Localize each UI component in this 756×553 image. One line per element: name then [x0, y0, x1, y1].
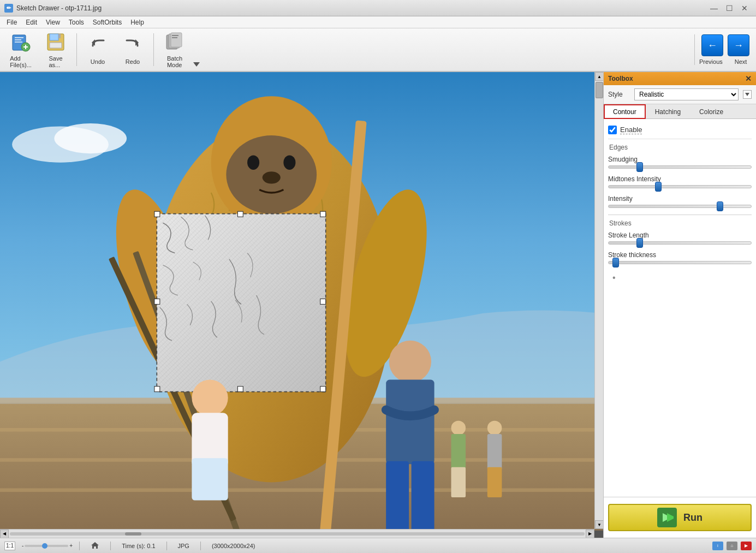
stroke-length-thumb[interactable] — [636, 238, 643, 248]
svg-rect-15 — [171, 33, 182, 47]
add-file-button[interactable]: AddFile(s)... — [4, 31, 37, 69]
undo-button[interactable]: Undo — [81, 31, 114, 69]
main-content: ▲ ▼ ◀ ▶ Toolbox ✕ Style Realistic Pencil… — [0, 72, 756, 538]
svg-rect-2 — [15, 39, 21, 40]
smudging-thumb[interactable] — [636, 162, 643, 172]
scene-background — [0, 72, 603, 531]
svg-rect-16 — [172, 35, 178, 36]
undo-icon — [87, 34, 109, 56]
edges-section: Edges Smudging Midtones Intensity — [608, 144, 752, 208]
svg-point-35 — [263, 171, 281, 183]
scroll-thumb-v[interactable] — [596, 82, 603, 98]
enable-label[interactable]: Enable — [620, 126, 642, 134]
status-separator-2 — [110, 542, 111, 550]
window-title: Sketch Drawer - otp-1711.jpg — [16, 4, 102, 12]
zoom-indicator: 1:1 — [4, 542, 15, 550]
stroke-thickness-param: Stroke thickness — [608, 251, 752, 264]
previous-button[interactable]: ← — [701, 34, 723, 56]
batch-mode-icon — [164, 31, 186, 53]
svg-rect-47 — [320, 211, 326, 217]
smudging-slider[interactable] — [608, 165, 752, 169]
youtube-icon[interactable]: ▶ — [741, 542, 752, 550]
midtones-slider[interactable] — [608, 185, 752, 188]
svg-rect-1 — [15, 37, 23, 38]
stroke-thickness-slider[interactable] — [608, 261, 752, 264]
vertical-scrollbar[interactable]: ▲ ▼ — [594, 72, 603, 529]
midtones-thumb[interactable] — [655, 182, 662, 192]
stroke-thickness-label: Stroke thickness — [608, 251, 752, 259]
zoom-slider[interactable] — [25, 545, 68, 547]
save-as-button[interactable]: Saveas... — [39, 31, 72, 69]
smudging-param: Smudging — [608, 156, 752, 169]
strokes-section-title: Strokes — [608, 219, 752, 227]
h-scroll-thumb[interactable] — [125, 532, 141, 536]
scroll-up-arrow[interactable]: ▲ — [595, 72, 603, 81]
enable-checkbox[interactable] — [608, 126, 617, 134]
tab-colorize[interactable]: Colorize — [690, 104, 733, 119]
horizontal-scrollbar[interactable]: ◀ ▶ — [0, 529, 594, 538]
tab-content: Enable Edges Smudging Midtones Intensity — [604, 119, 756, 497]
stroke-length-param: Stroke Length — [608, 231, 752, 245]
run-button[interactable]: Run — [608, 504, 752, 531]
style-dropdown-arrow[interactable] — [743, 90, 752, 99]
intensity-slider[interactable] — [608, 205, 752, 208]
stroke-thickness-thumb[interactable] — [612, 258, 619, 267]
enable-row: Enable — [608, 123, 752, 139]
app-icon: ✏ — [4, 4, 13, 13]
menu-view[interactable]: View — [41, 17, 64, 27]
intensity-thumb[interactable] — [717, 201, 723, 211]
dimensions-value: (3000x2000x24) — [212, 543, 255, 549]
run-button-area: Run — [604, 497, 756, 538]
tab-contour[interactable]: Contour — [604, 104, 646, 119]
add-file-icon — [10, 31, 32, 53]
toolbox-close-button[interactable]: ✕ — [745, 74, 752, 83]
menu-softorbits[interactable]: SoftOrbits — [88, 17, 126, 27]
menu-tools[interactable]: Tools — [64, 17, 88, 27]
svg-point-53 — [192, 380, 228, 416]
stroke-length-slider[interactable] — [608, 241, 752, 245]
scroll-down-arrow[interactable]: ▼ — [595, 520, 603, 529]
menu-edit[interactable]: Edit — [21, 17, 41, 27]
svg-rect-61 — [451, 434, 466, 470]
svg-rect-46 — [237, 211, 243, 217]
svg-rect-48 — [154, 299, 160, 304]
toolbox-title: Toolbox — [608, 75, 633, 82]
scroll-left-arrow[interactable]: ◀ — [0, 530, 9, 538]
scroll-right-arrow[interactable]: ▶ — [586, 530, 594, 538]
style-dropdown[interactable]: Realistic Pencil Charcoal Pastel — [634, 88, 739, 100]
svg-rect-29 — [0, 488, 603, 492]
redo-label: Redo — [126, 58, 140, 65]
previous-label: Previous — [699, 58, 721, 65]
image-area[interactable]: ▲ ▼ ◀ ▶ — [0, 72, 603, 538]
svg-rect-50 — [154, 386, 160, 392]
svg-rect-57 — [386, 380, 434, 465]
home-icon[interactable]: ⌂ — [727, 542, 737, 550]
status-bar: 1:1 - + Time (s): 0.1 JPG (3000x2000x24)… — [0, 538, 756, 553]
svg-rect-55 — [192, 458, 228, 500]
svg-rect-45 — [154, 211, 160, 217]
next-button[interactable]: → — [728, 34, 749, 56]
intensity-param: Intensity — [608, 195, 752, 208]
zoom-slider-area: - + — [22, 543, 73, 549]
tab-hatching[interactable]: Hatching — [646, 104, 690, 119]
svg-rect-58 — [386, 461, 409, 531]
svg-marker-68 — [667, 513, 674, 522]
maximize-button[interactable]: ☐ — [722, 3, 736, 14]
minimize-button[interactable]: — — [707, 3, 721, 14]
toolbar-sep-1 — [76, 33, 77, 66]
redo-icon — [122, 34, 144, 56]
batch-mode-button[interactable]: BatchMode — [158, 31, 191, 69]
close-button[interactable]: ✕ — [737, 3, 752, 14]
info-icon[interactable]: i — [712, 542, 723, 550]
status-separator-4 — [200, 542, 201, 550]
intensity-label: Intensity — [608, 195, 752, 203]
svg-rect-9 — [50, 43, 62, 48]
menu-help[interactable]: Help — [126, 17, 148, 27]
midtones-param: Midtones Intensity — [608, 175, 752, 188]
toolbar-dropdown-arrow[interactable] — [193, 31, 202, 69]
time-value: 0.1 — [147, 543, 155, 549]
toolbox-header: Toolbox ✕ — [604, 72, 756, 85]
menu-file[interactable]: File — [2, 17, 21, 27]
zoom-slider-thumb[interactable] — [42, 543, 47, 549]
redo-button[interactable]: Redo — [116, 31, 149, 69]
